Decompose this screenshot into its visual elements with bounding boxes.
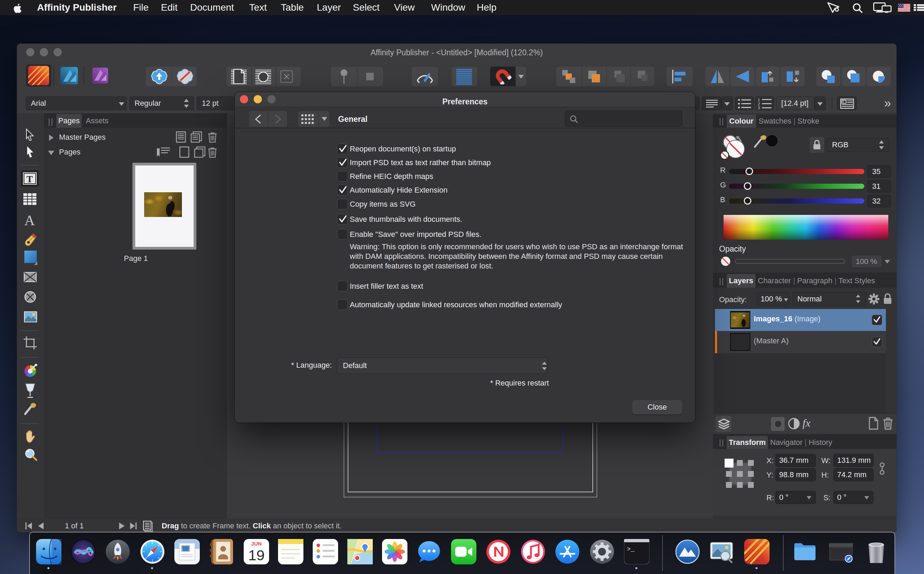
svg-text:T: T bbox=[843, 100, 845, 104]
svg-text:19: 19 bbox=[248, 547, 264, 563]
svg-text:T: T bbox=[27, 174, 33, 184]
svg-text:3: 3 bbox=[758, 106, 760, 109]
svg-text:1: 1 bbox=[758, 98, 760, 102]
svg-text:>_: >_ bbox=[627, 546, 634, 553]
svg-text:JUN: JUN bbox=[251, 541, 262, 547]
